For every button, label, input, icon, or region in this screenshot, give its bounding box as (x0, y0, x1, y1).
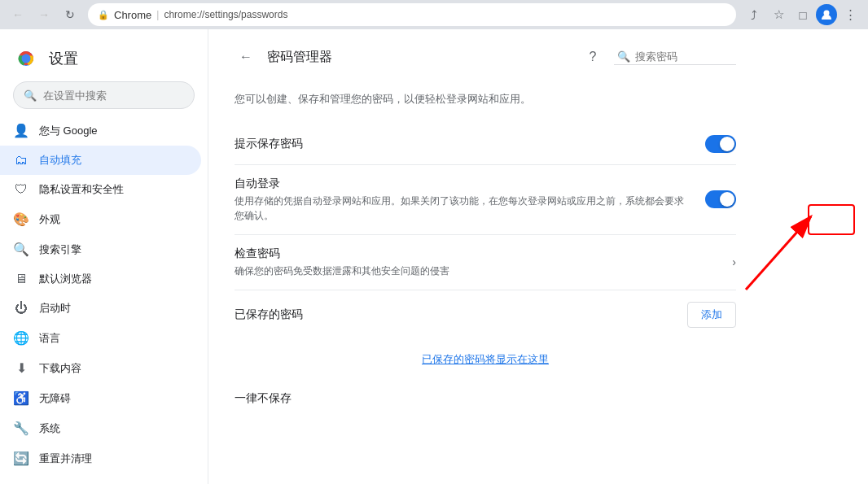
browser-icon: 🖥 (13, 272, 29, 286)
sidebar-search[interactable]: 🔍 (13, 81, 195, 109)
google-icon: 👤 (13, 123, 29, 138)
browser-app-name: Chrome (114, 9, 151, 21)
sidebar-item-autofill[interactable]: 🗂 自动填充 (0, 146, 201, 175)
offer-save-toggle[interactable] (705, 135, 736, 153)
offer-save-knob (720, 137, 734, 151)
search-passwords-bar[interactable]: 🔍 (614, 49, 736, 65)
reset-icon: 🔄 (13, 451, 29, 466)
sidebar-item-appearance[interactable]: 🎨 外观 (0, 204, 201, 234)
page-header: ← 密码管理器 ? 🔍 (235, 46, 736, 78)
url-text: chrome://settings/passwords (164, 9, 287, 20)
sidebar: 设置 🔍 👤 您与 Google 🗂 自动填充 🛡 隐私设置和安全性 🎨 外观 … (0, 29, 208, 484)
main-content-wrapper: ← 密码管理器 ? 🔍 您可以创建、保存和管理您的密码，以便轻松登录网站和应用。… (208, 29, 868, 484)
check-passwords-desc: 确保您的密码免受数据泄露和其他安全问题的侵害 (235, 264, 449, 278)
help-button[interactable]: ? (581, 46, 604, 68)
settings-header: 设置 (0, 36, 208, 78)
check-passwords-row[interactable]: 检查密码 确保您的密码免受数据泄露和其他安全问题的侵害 › (235, 235, 736, 290)
auto-login-label: 自动登录 (235, 177, 690, 191)
window-button[interactable]: □ (791, 3, 814, 26)
password-search-input[interactable] (635, 50, 733, 63)
forward-button[interactable]: → (33, 3, 55, 26)
sidebar-item-search[interactable]: 🔍 搜索引擎 (0, 234, 201, 264)
auto-login-knob (720, 192, 734, 207)
sidebar-label-privacy: 隐私设置和安全性 (39, 182, 124, 197)
sidebar-label-system: 系统 (39, 421, 60, 436)
profile-button[interactable] (816, 4, 837, 25)
chrome-logo (13, 46, 39, 72)
sidebar-item-accessibility[interactable]: ♿ 无障碍 (0, 383, 201, 413)
address-bar[interactable]: 🔒 Chrome | chrome://settings/passwords (88, 3, 736, 26)
appearance-icon: 🎨 (13, 211, 29, 227)
startup-icon: ⏻ (13, 301, 29, 316)
content-inner: ← 密码管理器 ? 🔍 您可以创建、保存和管理您的密码，以便轻松登录网站和应用。… (208, 29, 762, 434)
sidebar-label-autofill: 自动填充 (39, 153, 81, 168)
sidebar-item-startup[interactable]: ⏻ 启动时 (0, 294, 201, 323)
accessibility-icon: ♿ (13, 390, 29, 406)
nav-buttons: ← → ↻ (7, 3, 81, 26)
saved-passwords-label: 已保存的密码 (235, 307, 303, 322)
main-content: ← 密码管理器 ? 🔍 您可以创建、保存和管理您的密码，以便轻松登录网站和应用。… (208, 29, 868, 434)
downloads-icon: ⬇ (13, 360, 29, 376)
check-passwords-content: 检查密码 确保您的密码免受数据泄露和其他安全问题的侵害 (235, 246, 449, 278)
address-bar-container: 🔒 Chrome | chrome://settings/passwords (88, 3, 736, 26)
svg-point-3 (22, 55, 31, 63)
sidebar-label-appearance: 外观 (39, 212, 60, 227)
search-icon: 🔍 (13, 242, 29, 257)
offer-save-label: 提示保存密码 (235, 137, 303, 151)
sidebar-label-google: 您与 Google (39, 124, 98, 138)
bookmark-button[interactable]: ☆ (767, 3, 790, 26)
auto-login-row: 自动登录 使用存储的凭据自动登录网站和应用。如果关闭了该功能，在您每次登录网站或… (235, 165, 736, 235)
check-passwords-label: 检查密码 (235, 246, 449, 261)
back-button[interactable]: ← (7, 3, 29, 26)
menu-button[interactable]: ⋮ (839, 3, 861, 26)
sidebar-item-downloads[interactable]: ⬇ 下载内容 (0, 353, 201, 383)
autofill-icon: 🗂 (13, 153, 29, 168)
never-save-label: 一律不保存 (235, 380, 736, 417)
sidebar-label-downloads: 下载内容 (39, 361, 81, 376)
auto-login-desc: 使用存储的凭据自动登录网站和应用。如果关闭了该功能，在您每次登录网站或应用之前，… (235, 194, 690, 223)
saved-empty-text[interactable]: 已保存的密码将显示在这里 (235, 339, 736, 380)
share-button[interactable]: ⤴ (743, 3, 765, 26)
sidebar-search-icon: 🔍 (24, 89, 37, 102)
sidebar-label-language: 语言 (39, 331, 60, 346)
description: 您可以创建、保存和管理您的密码，以便轻松登录网站和应用。 (235, 91, 736, 107)
sidebar-label-reset: 重置并清理 (39, 451, 92, 466)
sidebar-item-privacy[interactable]: 🛡 隐私设置和安全性 (0, 175, 201, 204)
add-password-button[interactable]: 添加 (687, 302, 736, 328)
sidebar-label-startup: 启动时 (39, 301, 71, 316)
sidebar-item-system[interactable]: 🔧 系统 (0, 413, 201, 443)
password-back-button[interactable]: ← (235, 46, 257, 68)
password-search-icon: 🔍 (617, 50, 630, 63)
sidebar-label-accessibility: 无障碍 (39, 391, 71, 406)
browser-titlebar: ← → ↻ 🔒 Chrome | chrome://settings/passw… (0, 0, 868, 29)
sidebar-label-browser: 默认浏览器 (39, 272, 92, 286)
auto-login-slider (705, 190, 736, 208)
check-passwords-chevron: › (732, 255, 736, 268)
reload-button[interactable]: ↻ (59, 3, 81, 26)
saved-passwords-row: 已保存的密码 添加 (235, 290, 736, 339)
site-icon: 🔒 (98, 10, 109, 20)
system-icon: 🔧 (13, 421, 29, 436)
sidebar-item-language[interactable]: 🌐 语言 (0, 323, 201, 353)
settings-container: 设置 🔍 👤 您与 Google 🗂 自动填充 🛡 隐私设置和安全性 🎨 外观 … (0, 29, 868, 484)
settings-title: 设置 (49, 49, 78, 68)
language-icon: 🌐 (13, 330, 29, 346)
sidebar-item-browser[interactable]: 🖥 默认浏览器 (0, 264, 201, 294)
sidebar-item-google[interactable]: 👤 您与 Google (0, 116, 201, 146)
auto-login-toggle[interactable] (705, 190, 736, 208)
toolbar-icons: ⤴ ☆ □ ⋮ (743, 3, 861, 26)
page-title: 密码管理器 (267, 49, 572, 66)
sidebar-search-input[interactable] (43, 89, 184, 102)
offer-save-row: 提示保存密码 (235, 124, 736, 165)
url-separator: | (156, 9, 159, 20)
offer-save-slider (705, 135, 736, 153)
privacy-icon: 🛡 (13, 182, 29, 197)
sidebar-label-search: 搜索引擎 (39, 242, 81, 257)
auto-login-content: 自动登录 使用存储的凭据自动登录网站和应用。如果关闭了该功能，在您每次登录网站或… (235, 177, 690, 223)
sidebar-item-reset[interactable]: 🔄 重置并清理 (0, 443, 201, 473)
